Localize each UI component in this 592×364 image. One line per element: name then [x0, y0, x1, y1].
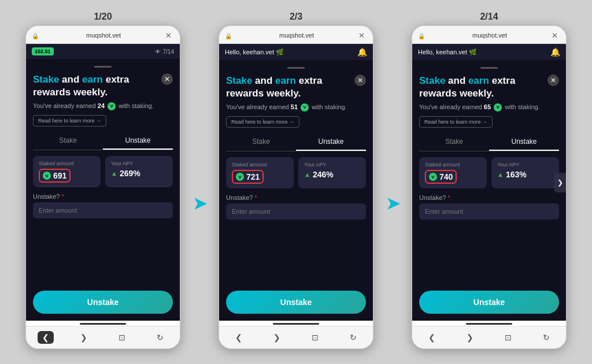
step-label-1: 2/3 — [290, 12, 302, 22]
nav-refresh-btn-0[interactable]: ↻ — [152, 331, 168, 344]
stake-word: Stake — [33, 74, 59, 85]
nav-forward-btn-2[interactable]: ❯ — [462, 331, 478, 344]
field-label-1: Unstake? * — [226, 194, 366, 201]
earn-word: earn — [275, 75, 296, 86]
nav-back-btn-1[interactable]: ❮ — [231, 331, 247, 344]
read-more-btn-1[interactable]: Read here to learn more → — [226, 116, 299, 128]
read-more-btn-0[interactable]: Read here to learn more → — [33, 115, 106, 127]
modal-close-btn-1[interactable]: ✕ — [354, 75, 366, 86]
field-label-0: Unstake? * — [33, 193, 173, 200]
eye-icon: 👁 — [155, 49, 161, 55]
apy-card-1: Your APY▲246% — [298, 157, 366, 188]
vet-dot: V — [429, 173, 437, 181]
tab-unstake-0[interactable]: Unstake — [103, 132, 173, 150]
top-bar-1: Hello, keehan.vet 🌿🔔 — [219, 44, 373, 60]
staked-card-1: Staked amountV721 — [226, 157, 294, 188]
drag-handle-0 — [94, 66, 112, 68]
unstake-btn-2[interactable]: Unstake — [419, 291, 559, 314]
nav-forward-btn-1[interactable]: ❯ — [269, 331, 285, 344]
apy-number: 269% — [120, 169, 140, 178]
tab-stake-2[interactable]: Stake — [419, 133, 489, 151]
staked-number: 691 — [53, 171, 66, 180]
tab-bar-1: StakeUnstake — [226, 133, 366, 151]
nav-bookmark-btn-2[interactable]: ⊡ — [500, 331, 516, 344]
browser-close-2[interactable]: ✕ — [550, 31, 560, 40]
modal-header-2: Stake and earn extrarewards weekly.✕ — [419, 75, 559, 100]
staked-number: 740 — [439, 172, 453, 181]
stats-row-1: Staked amountV721Your APY▲246% — [226, 157, 366, 188]
page-content-2: Hello, keehan.vet 🌿🔔❯Stake and earn extr… — [412, 44, 566, 321]
staked-label-0: Staked amount — [39, 161, 95, 166]
lock-icon: 🔒 — [32, 33, 39, 39]
amount-input-0[interactable] — [33, 202, 173, 218]
home-indicator-0 — [80, 323, 126, 325]
nav-back-btn-2[interactable]: ❮ — [424, 331, 440, 344]
view-count-0: 7/14 — [163, 49, 174, 55]
tab-stake-0[interactable]: Stake — [33, 132, 103, 150]
modal-close-btn-2[interactable]: ✕ — [547, 75, 559, 86]
browser-left-0: 🔒 — [32, 30, 43, 40]
apy-number: 246% — [313, 170, 334, 179]
earned-text-2: You've already earned 65 V with staking. — [419, 103, 559, 112]
field-label-2: Unstake? * — [419, 194, 559, 201]
lock-icon: 🔒 — [418, 33, 425, 39]
earn-word: earn — [82, 74, 103, 85]
staked-value-1: V721 — [232, 170, 288, 184]
modal-title-0: Stake and earn extrarewards weekly. — [33, 73, 129, 99]
apy-up-icon: ▲ — [111, 170, 117, 177]
amount-input-2[interactable] — [419, 203, 559, 220]
browser-close-1[interactable]: ✕ — [357, 31, 367, 40]
staked-label-2: Staked amount — [425, 162, 481, 168]
phone-0: 🔒muqshot.vet✕102.51👁7/14Stake and earn e… — [25, 25, 180, 349]
phone-1: 🔒muqshot.vet✕Hello, keehan.vet 🌿🔔Stake a… — [219, 25, 373, 349]
tab-stake-1[interactable]: Stake — [226, 133, 296, 151]
apy-label-1: Your APY — [304, 162, 360, 168]
nav-bookmark-btn-0[interactable]: ⊡ — [114, 331, 130, 344]
nav-refresh-btn-1[interactable]: ↻ — [345, 331, 361, 344]
phone-wrapper-1: 2/3🔒muqshot.vet✕Hello, keehan.vet 🌿🔔Stak… — [219, 12, 373, 349]
earn-word: earn — [468, 75, 489, 86]
tab-bar-0: StakeUnstake — [33, 132, 173, 150]
apy-label-2: Your APY — [497, 162, 553, 168]
modal-1: Stake and earn extrarewards weekly.✕You'… — [219, 60, 373, 321]
browser-url-2: muqshot.vet — [472, 32, 507, 39]
notification-icon-1[interactable]: 🔔 — [357, 47, 367, 57]
staked-number: 721 — [246, 172, 260, 181]
phone-wrapper-2: 2/14🔒muqshot.vet✕Hello, keehan.vet 🌿🔔❯St… — [412, 12, 567, 349]
page-content-0: 102.51👁7/14Stake and earn extrarewards w… — [26, 44, 180, 321]
bottom-nav-2: ❮❯⊡↻ — [412, 326, 566, 348]
browser-bar-2: 🔒muqshot.vet✕ — [412, 26, 566, 44]
nav-forward-btn-0[interactable]: ❯ — [76, 331, 92, 344]
amount-input-1[interactable] — [226, 203, 366, 220]
modal-close-btn-0[interactable]: ✕ — [161, 73, 173, 85]
next-page-indicator-2[interactable]: ❯ — [554, 173, 566, 192]
vet-dot: V — [43, 172, 51, 180]
nav-bookmark-btn-1[interactable]: ⊡ — [307, 331, 323, 344]
nav-back-btn-0[interactable]: ❮ — [38, 331, 54, 344]
top-bar-0: 102.51👁7/14 — [26, 44, 180, 59]
greeting-2: Hello, keehan.vet 🌿 — [418, 49, 477, 56]
modal-2: Stake and earn extrarewards weekly.✕You'… — [412, 60, 566, 321]
modal-0: Stake and earn extrarewards weekly.✕You'… — [26, 59, 180, 321]
stats-row-0: Staked amountV691Your APY▲269% — [33, 156, 173, 187]
nav-refresh-btn-2[interactable]: ↻ — [538, 331, 554, 344]
apy-value-1: ▲246% — [304, 170, 360, 179]
home-indicator-2 — [466, 323, 512, 325]
vet-icon-inline: V — [108, 102, 116, 110]
read-more-btn-2[interactable]: Read here to learn more → — [419, 116, 493, 128]
main-container: 1/20🔒muqshot.vet✕102.51👁7/14Stake and ea… — [0, 0, 592, 364]
tab-unstake-1[interactable]: Unstake — [296, 133, 366, 151]
drag-handle-1 — [287, 67, 305, 69]
top-bar-left-0: 102.51 — [32, 47, 54, 55]
notification-icon-2[interactable]: 🔔 — [550, 47, 560, 57]
tab-unstake-2[interactable]: Unstake — [489, 133, 559, 151]
browser-close-0[interactable]: ✕ — [164, 31, 174, 40]
staked-value-2: V740 — [425, 170, 481, 184]
modal-title-1: Stake and earn extrarewards weekly. — [226, 75, 322, 100]
unstake-btn-0[interactable]: Unstake — [33, 291, 173, 314]
green-badge-0: 102.51 — [32, 47, 54, 55]
home-indicator-1 — [273, 323, 319, 325]
apy-card-2: Your APY▲163% — [491, 157, 559, 188]
browser-url-1: muqshot.vet — [279, 32, 314, 39]
unstake-btn-1[interactable]: Unstake — [226, 291, 366, 314]
